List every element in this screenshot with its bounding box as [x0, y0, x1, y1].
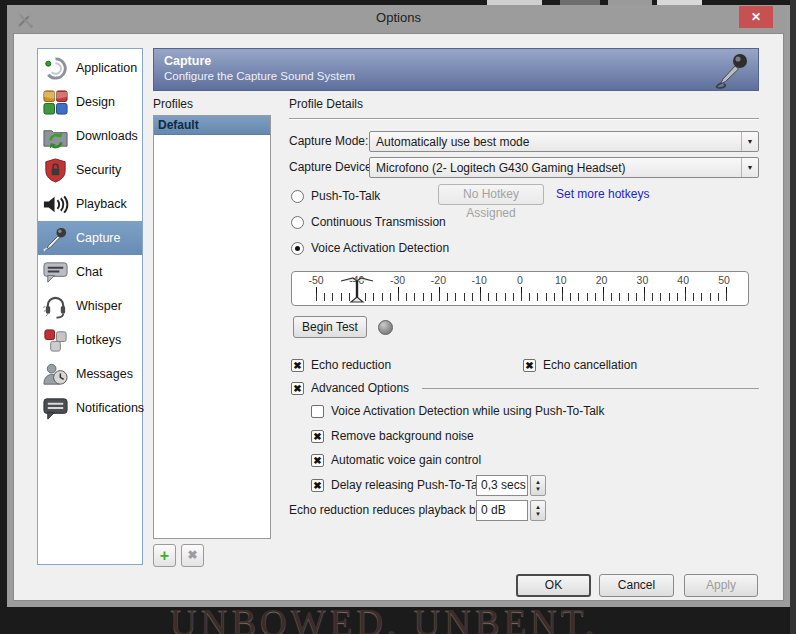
tick-label: 0 [517, 274, 523, 286]
sidebar-item-downloads[interactable]: Downloads [38, 119, 142, 153]
ok-button[interactable]: OK [516, 574, 591, 597]
delay-release-spinner[interactable]: 0,3 secs ▲ ▼ [476, 475, 546, 496]
sidebar-item-label: Notifications [76, 401, 144, 415]
radio-icon[interactable] [291, 216, 304, 229]
hotkeys-icon [42, 327, 69, 354]
chevron-down-icon[interactable]: ▼ [741, 158, 758, 177]
advanced-options-separator [422, 388, 759, 389]
checkbox-checked-icon[interactable]: ✖ [291, 382, 304, 395]
microphone-icon [712, 51, 752, 91]
checkbox-checked-icon[interactable]: ✖ [523, 359, 536, 372]
radio-icon[interactable] [291, 190, 304, 203]
spinner-arrows[interactable]: ▲ ▼ [530, 500, 546, 521]
tick-label: -30 [390, 274, 405, 286]
dialog-content: Application Design [13, 33, 784, 601]
sidebar-item-label: Hotkeys [76, 333, 121, 347]
close-button[interactable]: ✕ [739, 6, 773, 28]
add-profile-button[interactable]: + [153, 544, 176, 567]
sidebar-item-label: Application [76, 61, 137, 75]
auto-gain-checkbox[interactable]: ✖ Automatic voice gain control [311, 452, 481, 468]
remove-profile-button[interactable]: ✖ [181, 544, 204, 567]
continuous-transmission-radio[interactable]: Continuous Transmission [291, 212, 446, 232]
slider-tick-labels: -50 -40 -30 -20 -10 0 10 20 30 40 50 [316, 274, 724, 286]
echo-playback-value[interactable]: 0 dB [476, 500, 528, 521]
category-sidebar: Application Design [37, 48, 143, 565]
messages-icon [42, 361, 69, 388]
sidebar-item-label: Capture [76, 231, 120, 245]
profile-details-label: Profile Details [289, 97, 363, 111]
checkbox-checked-icon[interactable]: ✖ [311, 479, 324, 492]
sidebar-item-notifications[interactable]: Notifications [38, 391, 142, 425]
echo-playback-spinner[interactable]: 0 dB ▲ ▼ [476, 500, 546, 521]
spin-down-icon[interactable]: ▼ [535, 511, 541, 518]
desktop-background: UNBOWED, UNBENT, Options ✕ [0, 0, 796, 634]
begin-test-button[interactable]: Begin Test [293, 316, 367, 338]
section-separator [289, 118, 759, 120]
capture-mode-select[interactable]: Automatically use best mode ▼ [369, 131, 759, 152]
set-more-hotkeys-link[interactable]: Set more hotkeys [556, 187, 649, 201]
vad-while-ptt-checkbox[interactable]: Voice Activation Detection while using P… [311, 403, 604, 419]
sidebar-item-whisper[interactable]: Whisper [38, 289, 142, 323]
cancel-button[interactable]: Cancel [599, 574, 674, 597]
checkbox-checked-icon[interactable]: ✖ [311, 454, 324, 467]
checkbox-checked-icon[interactable]: ✖ [291, 359, 304, 372]
capture-device-select[interactable]: Microfono (2- Logitech G430 Gaming Heads… [369, 157, 759, 178]
radio-icon-selected[interactable] [291, 242, 304, 255]
tick-label: 10 [555, 274, 567, 286]
advanced-options-label: Advanced Options [311, 381, 409, 395]
sidebar-item-playback[interactable]: Playback [38, 187, 142, 221]
profiles-list[interactable]: Default [153, 115, 271, 539]
voice-activation-label: Voice Activation Detection [311, 241, 449, 255]
spin-up-icon[interactable]: ▲ [535, 504, 541, 511]
voice-activation-slider[interactable]: -50 -40 -30 -20 -10 0 10 20 30 40 50 [291, 271, 749, 306]
capture-mode-label: Capture Mode: [289, 131, 368, 152]
test-level-led [378, 320, 393, 335]
slider-handle[interactable] [339, 275, 375, 305]
echo-reduction-checkbox[interactable]: ✖ Echo reduction [291, 357, 391, 373]
remove-noise-label: Remove background noise [331, 429, 474, 443]
options-dialog: Options ✕ Application [7, 5, 790, 607]
capture-microphone-icon [42, 225, 69, 252]
checkbox-checked-icon[interactable]: ✖ [311, 430, 324, 443]
advanced-options-checkbox[interactable]: ✖ Advanced Options [291, 380, 759, 396]
tick-label: -20 [431, 274, 446, 286]
whisper-headset-icon [42, 293, 69, 320]
sidebar-item-chat[interactable]: Chat [38, 255, 142, 289]
page-header: Capture Configure the Capture Sound Syst… [153, 48, 759, 91]
spin-down-icon[interactable]: ▼ [535, 486, 541, 493]
tick-label: 30 [637, 274, 649, 286]
push-to-talk-radio[interactable]: Push-To-Talk [291, 186, 380, 206]
sidebar-item-label: Design [76, 95, 115, 109]
application-icon [42, 55, 69, 82]
chevron-down-icon[interactable]: ▼ [741, 132, 758, 151]
capture-device-label: Capture Device: [289, 157, 375, 178]
chat-bubble-icon [42, 259, 69, 286]
spinner-arrows[interactable]: ▲ ▼ [530, 475, 546, 496]
page-title: Capture [164, 54, 750, 68]
sidebar-item-security[interactable]: Security [38, 153, 142, 187]
title-bar[interactable]: Options ✕ [7, 5, 790, 33]
delay-release-value[interactable]: 0,3 secs [476, 475, 528, 496]
delay-release-label: Delay releasing Push-To-Talk: [331, 478, 490, 492]
tick-label: -10 [472, 274, 487, 286]
profile-list-item[interactable]: Default [154, 116, 270, 135]
downloads-icon [42, 123, 69, 150]
sidebar-item-capture[interactable]: Capture [38, 221, 142, 255]
spin-up-icon[interactable]: ▲ [535, 479, 541, 486]
echo-playback-label: Echo reduction reduces playback by: [289, 500, 485, 521]
sidebar-item-application[interactable]: Application [38, 51, 142, 85]
tick-label: -50 [308, 274, 323, 286]
checkbox-unchecked-icon[interactable] [311, 405, 324, 418]
delay-release-checkbox[interactable]: ✖ Delay releasing Push-To-Talk: [311, 477, 490, 493]
apply-button[interactable]: Apply [684, 574, 758, 597]
capture-device-value: Microfono (2- Logitech G430 Gaming Heads… [376, 161, 741, 175]
echo-cancellation-label: Echo cancellation [543, 358, 637, 372]
voice-activation-radio[interactable]: Voice Activation Detection [291, 238, 449, 258]
no-hotkey-assigned-button[interactable]: No Hotkey Assigned [438, 184, 544, 205]
continuous-transmission-label: Continuous Transmission [311, 215, 446, 229]
remove-noise-checkbox[interactable]: ✖ Remove background noise [311, 428, 474, 444]
sidebar-item-hotkeys[interactable]: Hotkeys [38, 323, 142, 357]
echo-cancellation-checkbox[interactable]: ✖ Echo cancellation [523, 357, 637, 373]
sidebar-item-design[interactable]: Design [38, 85, 142, 119]
sidebar-item-messages[interactable]: Messages [38, 357, 142, 391]
